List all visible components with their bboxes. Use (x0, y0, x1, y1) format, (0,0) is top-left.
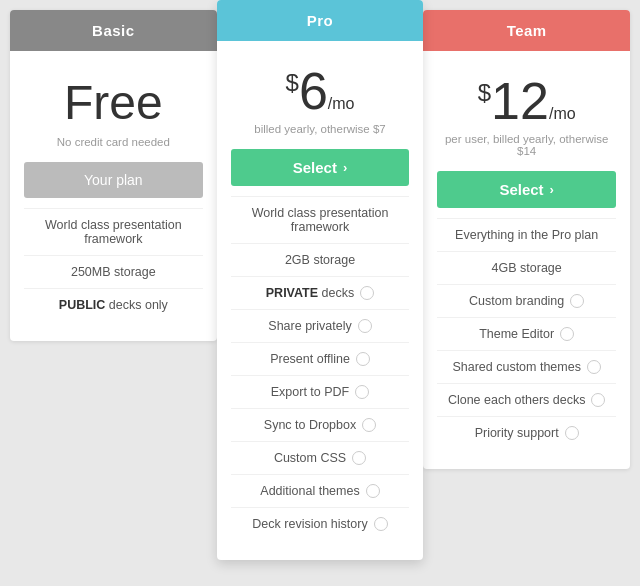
feature-text: Deck revision history (252, 517, 367, 531)
plan-card-pro: Pro$6/mobilled yearly, otherwise $7Selec… (217, 0, 424, 560)
price-sub-team: per user, billed yearly, otherwise $14 (437, 133, 616, 157)
feature-dot-icon (591, 393, 605, 407)
price-pro: $6/mo (231, 65, 410, 117)
feature-text: 250MB storage (71, 265, 156, 279)
feature-text: Priority support (475, 426, 559, 440)
feature-text: PUBLIC decks only (59, 298, 168, 312)
feature-text: 4GB storage (492, 261, 562, 275)
price-basic: Free (24, 75, 203, 130)
feature-dot-icon (374, 517, 388, 531)
select-label: Select (293, 159, 337, 176)
list-item: Clone each others decks (437, 383, 616, 416)
price-sub-basic: No credit card needed (24, 136, 203, 148)
list-item: Additional themes (231, 474, 410, 507)
feature-dot-icon (366, 484, 380, 498)
your-plan-button: Your plan (24, 162, 203, 198)
plan-header-basic: Basic (10, 10, 217, 51)
feature-text: Theme Editor (479, 327, 554, 341)
list-item: 250MB storage (24, 255, 203, 288)
features-list-pro: World class presentation framework2GB st… (231, 196, 410, 540)
feature-dot-icon (560, 327, 574, 341)
plan-body-team: $12/moper user, billed yearly, otherwise… (423, 51, 630, 469)
feature-text: World class presentation framework (24, 218, 203, 246)
select-button-team[interactable]: Select› (437, 171, 616, 208)
feature-text: Sync to Dropbox (264, 418, 356, 432)
feature-bold-text: PUBLIC (59, 298, 106, 312)
list-item: Priority support (437, 416, 616, 449)
plan-header-pro: Pro (217, 0, 424, 41)
list-item: World class presentation framework (24, 208, 203, 255)
plan-body-basic: FreeNo credit card neededYour planWorld … (10, 51, 217, 341)
price-sub-pro: billed yearly, otherwise $7 (231, 123, 410, 135)
list-item: Share privately (231, 309, 410, 342)
list-item: 2GB storage (231, 243, 410, 276)
list-item: World class presentation framework (231, 196, 410, 243)
feature-text: Share privately (268, 319, 351, 333)
feature-dot-icon (352, 451, 366, 465)
feature-text: PRIVATE decks (266, 286, 354, 300)
feature-dot-icon (356, 352, 370, 366)
plan-header-team: Team (423, 10, 630, 51)
feature-dot-icon (565, 426, 579, 440)
feature-text: Clone each others decks (448, 393, 586, 407)
feature-text: Shared custom themes (452, 360, 581, 374)
feature-text: Custom branding (469, 294, 564, 308)
price-team: $12/mo (437, 75, 616, 127)
list-item: Everything in the Pro plan (437, 218, 616, 251)
list-item: Present offline (231, 342, 410, 375)
feature-text: World class presentation framework (231, 206, 410, 234)
list-item: PRIVATE decks (231, 276, 410, 309)
chevron-right-icon: › (343, 160, 347, 175)
feature-text: Additional themes (260, 484, 359, 498)
chevron-right-icon: › (550, 182, 554, 197)
feature-dot-icon (570, 294, 584, 308)
feature-text: Export to PDF (271, 385, 350, 399)
feature-dot-icon (358, 319, 372, 333)
list-item: Custom branding (437, 284, 616, 317)
select-button-pro[interactable]: Select› (231, 149, 410, 186)
list-item: Custom CSS (231, 441, 410, 474)
list-item: Export to PDF (231, 375, 410, 408)
feature-dot-icon (355, 385, 369, 399)
list-item: Sync to Dropbox (231, 408, 410, 441)
list-item: 4GB storage (437, 251, 616, 284)
feature-text: Present offline (270, 352, 350, 366)
features-list-basic: World class presentation framework250MB … (24, 208, 203, 321)
plan-card-basic: BasicFreeNo credit card neededYour planW… (10, 10, 217, 341)
list-item: Deck revision history (231, 507, 410, 540)
feature-bold-text: PRIVATE (266, 286, 318, 300)
features-list-team: Everything in the Pro plan4GB storageCus… (437, 218, 616, 449)
pricing-container: BasicFreeNo credit card neededYour planW… (10, 10, 630, 560)
feature-dot-icon (587, 360, 601, 374)
plan-card-team: Team$12/moper user, billed yearly, other… (423, 10, 630, 469)
list-item: PUBLIC decks only (24, 288, 203, 321)
feature-dot-icon (362, 418, 376, 432)
plan-body-pro: $6/mobilled yearly, otherwise $7Select›W… (217, 41, 424, 560)
feature-text: Everything in the Pro plan (455, 228, 598, 242)
select-label: Select (499, 181, 543, 198)
list-item: Theme Editor (437, 317, 616, 350)
list-item: Shared custom themes (437, 350, 616, 383)
feature-text: 2GB storage (285, 253, 355, 267)
feature-dot-icon (360, 286, 374, 300)
feature-text: Custom CSS (274, 451, 346, 465)
